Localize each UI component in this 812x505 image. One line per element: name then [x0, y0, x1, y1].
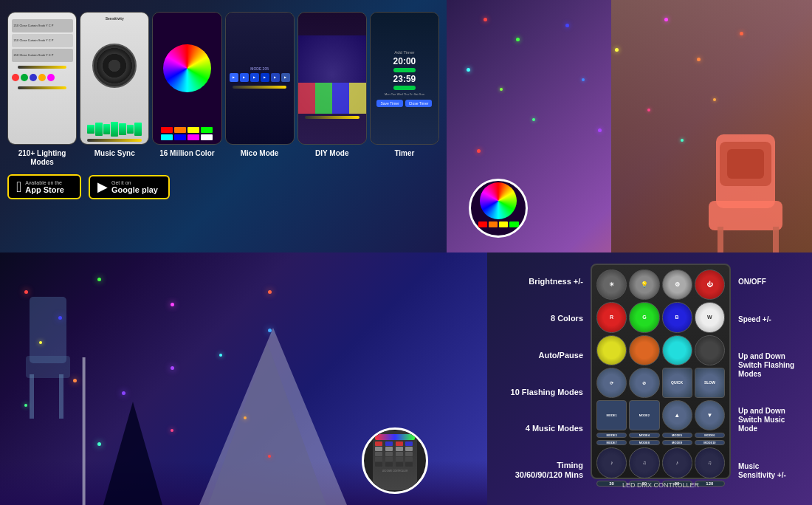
bottom-background: LED DMX CONTROLLER — [0, 252, 487, 505]
btn-music4[interactable]: ♫ — [695, 447, 725, 478]
ctrl-row-8: ♪ ♫ ♪ ♫ — [596, 447, 725, 478]
app-store-button[interactable]:  Available on the App Store — [7, 174, 81, 199]
app-store-sub: Available on the — [25, 180, 64, 185]
feature-diy: DIY Mode — [297, 149, 367, 167]
labels-column: Brightness +/- 8 Colors Auto/Pause 10 Fl… — [495, 264, 591, 494]
phone2-screen: Sensitivity — [80, 13, 148, 144]
btn-cyan[interactable] — [662, 335, 692, 365]
bottom-right-panel: Brightness +/- 8 Colors Auto/Pause 10 Fl… — [487, 252, 812, 505]
flashing-label: 10 Flashing Modes — [511, 388, 583, 397]
phone4-screen: MODE 205 ▶ ▶ ▶ ▶ ▶ ▶ — [226, 13, 294, 144]
google-play-sub: Get it on — [111, 180, 158, 185]
speed-label: Speed +/- — [738, 315, 771, 324]
btn-red[interactable]: R — [596, 302, 627, 332]
app-store-main: App Store — [25, 185, 64, 194]
right-label-onoff: ON/OFF — [734, 278, 805, 286]
btn-blue[interactable]: B — [662, 302, 692, 332]
btn-green[interactable]: G — [629, 302, 659, 332]
feature-color: 16 Million Color — [152, 149, 221, 167]
controller-area: ☀ 💡 ⚙ ⏻ R — [591, 264, 731, 494]
ctrl-row-2: R G B W — [596, 302, 725, 332]
ctrl-row-6: MODE3 MODE4 MODE5 MODE6 — [596, 433, 725, 438]
btn-mode5[interactable]: MODE5 — [662, 433, 692, 438]
phone-circle — [469, 179, 528, 238]
right-label-flash-modes: Up and Down Switch Flashing Modes — [734, 352, 805, 379]
btn-dark[interactable] — [695, 335, 725, 365]
btn-mode9[interactable]: MODE9 — [662, 440, 692, 445]
btn-auto[interactable]: ⟳ — [596, 368, 627, 398]
timing-label: Timing 30/60/90/120 Mins — [515, 461, 583, 480]
btn-mode4[interactable]: MODE4 — [629, 433, 659, 438]
phone-mico-mode: MODE 205 ▶ ▶ ▶ ▶ ▶ ▶ — [225, 12, 295, 145]
btn-mode10[interactable]: MODE10 — [695, 440, 725, 445]
btn-slow[interactable]: SLOW — [695, 368, 725, 398]
onoff-label: ON/OFF — [738, 278, 766, 286]
remote-visual: LED DMX CONTROLLER — [373, 431, 417, 490]
music-mode-label: Up and Down Switch Music Mode — [738, 407, 805, 433]
label-colors: 8 Colors — [495, 314, 587, 323]
ctrl-row-5: MODE1 MODE2 ▲ ▼ — [596, 400, 725, 430]
label-flashing: 10 Flashing Modes — [495, 388, 587, 397]
label-auto-pause: Auto/Pause — [495, 351, 587, 360]
ctrl-row-1: ☀ 💡 ⚙ ⏻ — [596, 269, 725, 300]
btn-music2[interactable]: ♫ — [629, 447, 659, 478]
apple-icon:  — [16, 179, 21, 194]
btn-mode6[interactable]: MODE6 — [695, 433, 725, 438]
label-brightness: Brightness +/- — [495, 277, 587, 286]
feature-music: Music Sync — [80, 149, 149, 167]
btn-white[interactable]: W — [695, 302, 725, 332]
phone-color — [152, 12, 221, 145]
app-store-text: Available on the App Store — [25, 180, 64, 194]
right-label-music-mode: Up and Down Switch Music Mode — [734, 407, 805, 433]
bottom-left-panel: LED DMX CONTROLLER — [0, 252, 487, 505]
phones-row: 210 Close Curtain Snob Y C P 210 Close C… — [0, 0, 447, 148]
btn-mode2[interactable]: MODE2 — [629, 400, 659, 430]
phone3-screen — [153, 13, 221, 144]
top-section: 210 Close Curtain Snob Y C P 210 Close C… — [0, 0, 812, 252]
auto-pause-label: Auto/Pause — [538, 351, 583, 360]
phone-diy-mode — [297, 12, 367, 145]
top-right-panel — [447, 0, 812, 252]
sensitivity-label: Music Sensitivity +/- — [738, 462, 786, 480]
ctrl-row-4: ⟳ ⊘ QUICK SLOW — [596, 368, 725, 398]
label-timing: Timing 30/60/90/120 Mins — [495, 461, 587, 480]
btn-settings[interactable]: ⚙ — [662, 269, 692, 300]
btn-mode7[interactable]: MODE7 — [596, 440, 627, 445]
top-left-panel: 210 Close Curtain Snob Y C P 210 Close C… — [0, 0, 447, 252]
right-labels-column: ON/OFF Speed +/- Up and Down Switch Flas… — [731, 264, 805, 494]
btn-power[interactable]: ⏻ — [695, 269, 725, 300]
features-row: 210+ Lighting Modes Music Sync 16 Millio… — [0, 148, 447, 168]
btn-orange[interactable] — [629, 335, 659, 365]
ctrl-row-3 — [596, 335, 725, 365]
phone1-screen: 210 Close Curtain Snob Y C P 210 Close C… — [8, 13, 76, 144]
google-play-button[interactable]: ▶ Get it on Google play — [89, 175, 170, 199]
main-container: 210 Close Curtain Snob Y C P 210 Close C… — [0, 0, 812, 505]
phone6-screen: Add Timer 20:00 23:59 Mon Tue Wed Thu Fr… — [371, 13, 438, 144]
btn-music3[interactable]: ♪ — [662, 447, 692, 478]
btn-mode3[interactable]: MODE3 — [596, 433, 627, 438]
google-play-main: Google play — [111, 185, 158, 194]
btn-yellow[interactable] — [596, 335, 627, 365]
phone5-screen — [298, 13, 366, 144]
controller-title: LED DMX CONTROLLER — [591, 481, 731, 489]
btn-brightness-up[interactable]: ☀ — [596, 269, 627, 300]
btn-up[interactable]: ▲ — [662, 400, 692, 430]
btn-bulb[interactable]: 💡 — [629, 269, 659, 300]
btn-down[interactable]: ▼ — [695, 400, 725, 430]
btn-mode8[interactable]: MODE8 — [629, 440, 659, 445]
remote-circle: LED DMX CONTROLLER — [362, 427, 428, 494]
top-right-background — [447, 0, 812, 252]
btn-mode1[interactable]: MODE1 — [596, 400, 627, 430]
music-modes-label: 4 Music Modes — [526, 424, 583, 433]
ctrl-row-7: MODE7 MODE8 MODE9 MODE10 — [596, 440, 725, 445]
google-play-text: Get it on Google play — [111, 180, 158, 194]
right-label-speed: Speed +/- — [734, 315, 805, 324]
phone-lighting-modes: 210 Close Curtain Snob Y C P 210 Close C… — [7, 12, 77, 145]
btn-quick[interactable]: QUICK — [662, 368, 692, 398]
feature-timer: Timer — [370, 149, 439, 167]
btn-pause[interactable]: ⊘ — [629, 368, 659, 398]
controller-image: ☀ 💡 ⚙ ⏻ R — [591, 264, 731, 479]
android-icon: ▶ — [97, 180, 108, 193]
phone-timer: Add Timer 20:00 23:59 Mon Tue Wed Thu Fr… — [370, 12, 439, 145]
btn-music1[interactable]: ♪ — [596, 447, 627, 478]
